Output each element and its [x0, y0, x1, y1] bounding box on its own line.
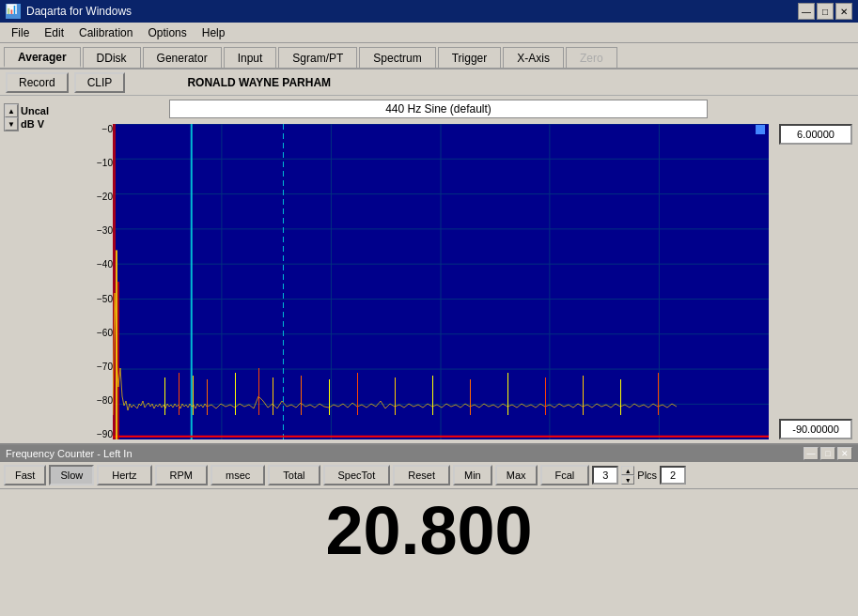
- bottom-window-controls: — □ ✕: [803, 447, 852, 460]
- menu-file[interactable]: File: [4, 24, 37, 41]
- tab-trigger[interactable]: Trigger: [438, 47, 502, 68]
- record-button[interactable]: Record: [6, 72, 69, 93]
- svg-rect-33: [507, 373, 508, 415]
- plcs-label: Plcs: [637, 470, 657, 481]
- top-value-box: 6.00000: [779, 124, 852, 145]
- y-tick-50: −50: [79, 294, 113, 304]
- svg-rect-34: [545, 377, 546, 415]
- user-name-label: RONALD WAYNE PARHAM: [187, 76, 331, 89]
- plcs-spinner[interactable]: ▲ ▼: [621, 466, 634, 485]
- bottom-toolbar: Fast Slow Hertz RPM msec Total SpecTot R…: [0, 462, 858, 489]
- app-title: Daqarta for Windows: [26, 5, 132, 18]
- min-button[interactable]: Min: [453, 465, 492, 485]
- bottom-maximize-button[interactable]: □: [820, 447, 835, 460]
- frequency-display: 20.800: [0, 489, 858, 564]
- fast-button[interactable]: Fast: [4, 465, 46, 485]
- y-tick-20: −20: [79, 192, 113, 202]
- tab-averager[interactable]: Averager: [4, 47, 81, 68]
- svg-rect-29: [357, 373, 358, 415]
- tab-bar: Averager DDisk Generator Input Sgram/PT …: [0, 43, 858, 69]
- y-tick-60: −60: [79, 328, 113, 338]
- menu-calibration[interactable]: Calibration: [71, 24, 140, 41]
- svg-rect-31: [432, 376, 433, 415]
- y-scroll-arrows[interactable]: ▲ ▼: [4, 103, 19, 131]
- bottom-minimize-button[interactable]: —: [803, 447, 819, 460]
- y-tick-40: −40: [79, 259, 113, 270]
- svg-rect-36: [620, 379, 621, 415]
- clip-button[interactable]: CLIP: [74, 72, 126, 93]
- tab-zero[interactable]: Zero: [566, 47, 617, 68]
- svg-rect-27: [301, 376, 302, 415]
- plcs-spin-up[interactable]: ▲: [621, 466, 634, 475]
- toolbar-row: Record CLIP RONALD WAYNE PARHAM: [0, 69, 858, 96]
- y-tick-70: −70: [79, 362, 113, 372]
- tab-spectrum[interactable]: Spectrum: [359, 47, 435, 68]
- y-tick-90: −90: [79, 429, 113, 439]
- menu-options[interactable]: Options: [140, 24, 194, 41]
- menu-bar: File Edit Calibration Options Help: [0, 23, 858, 43]
- svg-rect-32: [470, 379, 471, 415]
- svg-rect-19: [117, 282, 119, 439]
- scroll-up-arrow[interactable]: ▲: [5, 104, 18, 117]
- bottom-value-box: -90.00000: [779, 419, 852, 439]
- menu-edit[interactable]: Edit: [37, 24, 71, 41]
- bottom-window-title-bar: Frequency Counter - Left In — □ ✕: [0, 445, 858, 462]
- max-button[interactable]: Max: [495, 465, 538, 485]
- main-content: ▲ ▼ Uncal dB V 440 Hz Sine (default) −0 …: [0, 96, 858, 443]
- svg-rect-22: [193, 376, 194, 415]
- svg-rect-21: [179, 373, 179, 415]
- y-tick-0: −0: [79, 124, 113, 134]
- y-tick-10: −10: [79, 158, 113, 168]
- svg-rect-28: [329, 379, 330, 415]
- bottom-close-button[interactable]: ✕: [837, 447, 852, 460]
- msec-button[interactable]: msec: [211, 465, 265, 485]
- minimize-button[interactable]: —: [798, 3, 815, 20]
- y-tick-80: −80: [79, 395, 113, 406]
- plcs-spin-down[interactable]: ▼: [621, 475, 634, 485]
- svg-rect-30: [395, 377, 396, 415]
- tab-generator[interactable]: Generator: [143, 47, 222, 68]
- reset-button[interactable]: Reset: [393, 465, 450, 485]
- svg-rect-25: [258, 368, 259, 415]
- bottom-window-title: Frequency Counter - Left In: [6, 448, 133, 459]
- fcal-button[interactable]: Fcal: [540, 465, 590, 485]
- svg-rect-24: [235, 373, 236, 415]
- y-label-uncal: Uncal: [21, 105, 49, 116]
- y-label-dbv: dB V: [21, 118, 49, 130]
- chart-container: 440 Hz Sine (default) −0 −10 −20 −30 −40…: [75, 96, 773, 443]
- svg-rect-35: [583, 376, 584, 415]
- tab-input[interactable]: Input: [224, 47, 277, 68]
- svg-rect-23: [207, 379, 208, 415]
- scroll-down-arrow[interactable]: ▼: [5, 117, 18, 131]
- title-bar: 📊 Daqarta for Windows — □ ✕: [0, 0, 858, 23]
- right-panel: 6.00000 -90.00000: [773, 96, 858, 443]
- spectrum-svg: [113, 124, 769, 439]
- tab-sgrampt[interactable]: Sgram/PT: [278, 47, 357, 68]
- plcs-number-box: 3: [592, 466, 618, 485]
- title-bar-controls: — □ ✕: [798, 3, 852, 20]
- extra-num-box: 2: [660, 466, 686, 485]
- y-tick-30: −30: [79, 225, 113, 236]
- close-button[interactable]: ✕: [835, 3, 852, 20]
- menu-help[interactable]: Help: [195, 24, 233, 41]
- hertz-button[interactable]: Hertz: [97, 465, 151, 485]
- app-icon: 📊: [6, 4, 21, 19]
- bottom-window: Frequency Counter - Left In — □ ✕ Fast S…: [0, 443, 858, 586]
- tab-ddisk[interactable]: DDisk: [83, 47, 141, 68]
- spectrum-chart[interactable]: [113, 124, 769, 439]
- svg-rect-20: [164, 377, 165, 415]
- total-button[interactable]: Total: [268, 465, 320, 485]
- left-panel: ▲ ▼ Uncal dB V: [0, 96, 75, 443]
- chart-title: 440 Hz Sine (default): [169, 100, 708, 118]
- maximize-button[interactable]: □: [817, 3, 834, 20]
- rpm-button[interactable]: RPM: [155, 465, 208, 485]
- tab-xaxis[interactable]: X-Axis: [503, 47, 564, 68]
- svg-rect-38: [756, 125, 765, 134]
- svg-rect-37: [658, 373, 659, 415]
- y-axis: −0 −10 −20 −30 −40 −50 −60 −70 −80 −90: [79, 124, 113, 439]
- slow-button[interactable]: Slow: [49, 465, 94, 485]
- svg-rect-26: [273, 377, 273, 415]
- spectot-button[interactable]: SpecTot: [323, 465, 391, 485]
